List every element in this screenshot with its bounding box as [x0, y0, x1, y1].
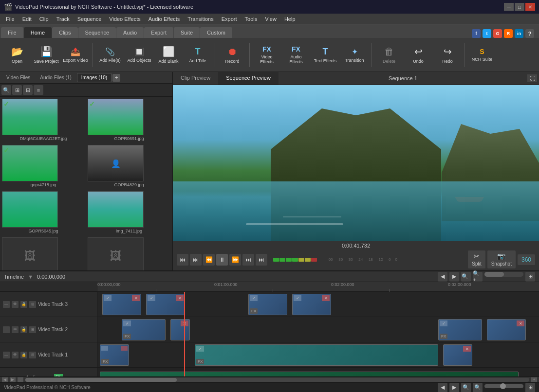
- tab-clips[interactable]: Clips: [52, 27, 77, 38]
- skip-start-button[interactable]: ⏮: [177, 254, 188, 266]
- nch-suite-button[interactable]: S NCH Suite: [468, 41, 496, 69]
- track-2-lock[interactable]: 🔒: [20, 326, 27, 333]
- save-project-button[interactable]: 💾 Save Project: [32, 41, 60, 69]
- track-2-mute[interactable]: —: [3, 326, 10, 333]
- preview-expand-button[interactable]: ⛶: [527, 74, 537, 82]
- menu-view[interactable]: View: [261, 15, 280, 23]
- status-scroll-left[interactable]: ◀: [438, 383, 447, 392]
- track-3-mute[interactable]: —: [3, 301, 10, 308]
- status-zoom-out[interactable]: 🔍: [461, 383, 471, 392]
- snapshot-button[interactable]: 📷 Snapshot: [487, 250, 516, 268]
- status-fit-button[interactable]: ⊞: [525, 383, 535, 392]
- playhead[interactable]: [184, 292, 185, 376]
- timeline-scroll-left[interactable]: ◀: [438, 272, 447, 282]
- twitter-icon[interactable]: t: [483, 29, 491, 38]
- rewind-button[interactable]: ⏪: [203, 254, 215, 266]
- clip-v3-4[interactable]: ✓ ✕: [292, 294, 331, 315]
- audio-clip-1[interactable]: FX: [100, 372, 519, 376]
- add-objects-button[interactable]: 🔲 Add Objects: [125, 41, 153, 69]
- status-scroll-right[interactable]: ▶: [449, 383, 459, 392]
- clip-v1-end[interactable]: ✕: [443, 344, 472, 366]
- tab-audio[interactable]: Audio: [116, 27, 144, 38]
- add-files-button[interactable]: 📎 Add File(s): [96, 41, 124, 69]
- timeline-scroll-right[interactable]: ▶: [449, 272, 459, 282]
- facebook-icon[interactable]: f: [472, 29, 481, 38]
- menu-edit[interactable]: Edit: [19, 15, 36, 23]
- media-tab-audio-files[interactable]: Audio Files (1): [36, 73, 75, 82]
- track-1-options[interactable]: ⊞: [29, 352, 36, 358]
- clip-v2-1[interactable]: ✓ FX: [122, 319, 166, 340]
- media-tool-grid-small[interactable]: ⊟: [23, 85, 33, 95]
- clip-v2-2[interactable]: ✕: [170, 319, 190, 340]
- scroll-right-button[interactable]: ▶: [10, 377, 16, 382]
- menu-file[interactable]: File: [2, 15, 19, 23]
- media-item-8[interactable]: 🖼: [88, 237, 170, 270]
- media-tool-grid-large[interactable]: ⊞: [12, 85, 22, 95]
- google-icon[interactable]: G: [493, 29, 502, 38]
- prev-frame-button[interactable]: ⏭: [190, 254, 202, 266]
- vr360-button[interactable]: 360: [518, 254, 535, 265]
- clip-v3-2[interactable]: ✓ ✕: [146, 294, 185, 315]
- menu-clip[interactable]: Clip: [36, 15, 53, 23]
- track-1-lock[interactable]: 🔒: [20, 352, 27, 358]
- scroll-zoom-plus[interactable]: +: [531, 377, 537, 382]
- transition-button[interactable]: ✦ Transition: [340, 41, 369, 69]
- add-title-button[interactable]: T Add Title: [184, 41, 212, 69]
- video-effects-button[interactable]: FX Video Effects: [253, 41, 281, 69]
- clip-v3-3[interactable]: ✓ FX: [248, 294, 287, 315]
- track-1-mute[interactable]: —: [3, 352, 10, 358]
- menu-video-effects[interactable]: Video Effects: [105, 15, 144, 23]
- tab-custom[interactable]: Custom: [200, 27, 232, 38]
- tab-sequence[interactable]: Sequence: [78, 27, 116, 38]
- audio-effects-button[interactable]: FX Audio Effects: [282, 41, 310, 69]
- tab-sequence-preview[interactable]: Sequence Preview: [218, 72, 279, 85]
- tab-export[interactable]: Export: [144, 27, 173, 38]
- record-button[interactable]: ⏺ Record: [218, 41, 246, 69]
- menu-track[interactable]: Track: [53, 15, 74, 23]
- track-3-eye[interactable]: 👁: [12, 301, 19, 308]
- media-item-6[interactable]: img_7411.jpg: [88, 191, 170, 234]
- media-tool-search[interactable]: 🔍: [1, 85, 11, 95]
- clip-v2-4[interactable]: ✕: [487, 319, 526, 340]
- undo-button[interactable]: ↩ Undo: [404, 41, 432, 69]
- minimize-button[interactable]: ─: [504, 3, 514, 11]
- track-3-lock[interactable]: 🔒: [20, 301, 27, 308]
- track-2-eye[interactable]: 👁: [12, 326, 19, 333]
- tab-home[interactable]: Home: [24, 27, 52, 38]
- add-blank-button[interactable]: ⬜ Add Blank: [154, 41, 183, 69]
- media-tab-video-files[interactable]: Video Files: [2, 73, 35, 82]
- tab-suite[interactable]: Suite: [174, 27, 200, 38]
- help-icon[interactable]: ?: [525, 29, 534, 38]
- menu-export[interactable]: Export: [218, 15, 241, 23]
- tab-clip-preview[interactable]: Clip Preview: [173, 72, 218, 85]
- delete-button[interactable]: 🗑 Delete: [375, 41, 403, 69]
- clip-v2-3[interactable]: ✓ FX: [438, 319, 482, 340]
- tab-file[interactable]: File: [1, 27, 23, 38]
- media-item-1[interactable]: ✓ DMqt6CiUEAAO2ET.jpg: [2, 99, 85, 142]
- clip-v1-1[interactable]: FX: [100, 344, 129, 366]
- menu-audio-effects[interactable]: Audio Effects: [145, 15, 184, 23]
- media-tab-images[interactable]: Images (10): [77, 73, 112, 82]
- status-zoom-slider[interactable]: [484, 384, 523, 388]
- media-item-7[interactable]: 🖼: [2, 237, 85, 270]
- media-item-4[interactable]: 👤 GOPR4829.jpg: [88, 145, 170, 188]
- media-item-2[interactable]: ✓ GOPR0691.jpg: [88, 99, 170, 142]
- linkedin-icon[interactable]: in: [515, 29, 523, 38]
- media-tab-add-button[interactable]: +: [112, 74, 120, 82]
- rss-icon[interactable]: R: [504, 29, 513, 38]
- split-button[interactable]: ✂ Split: [468, 250, 485, 268]
- next-frame-button[interactable]: ⏭: [242, 254, 254, 266]
- close-button[interactable]: ✕: [525, 3, 535, 11]
- play-button[interactable]: ⏩: [229, 254, 241, 266]
- menu-help[interactable]: Help: [280, 15, 299, 23]
- maximize-button[interactable]: □: [515, 3, 524, 11]
- track-2-options[interactable]: ⊞: [29, 326, 36, 333]
- pause-button[interactable]: ⏸: [216, 254, 228, 266]
- track-1-eye[interactable]: 👁: [12, 352, 19, 358]
- scroll-left-button[interactable]: ◀: [2, 377, 8, 382]
- text-effects-button[interactable]: T Text Effects: [311, 41, 339, 69]
- timeline-zoom-in[interactable]: 🔍+: [473, 272, 483, 282]
- media-item-3[interactable]: ✓ gopr4718.jpg: [2, 145, 85, 188]
- menu-transitions[interactable]: Transitions: [184, 15, 217, 23]
- menu-sequence[interactable]: Sequence: [74, 15, 106, 23]
